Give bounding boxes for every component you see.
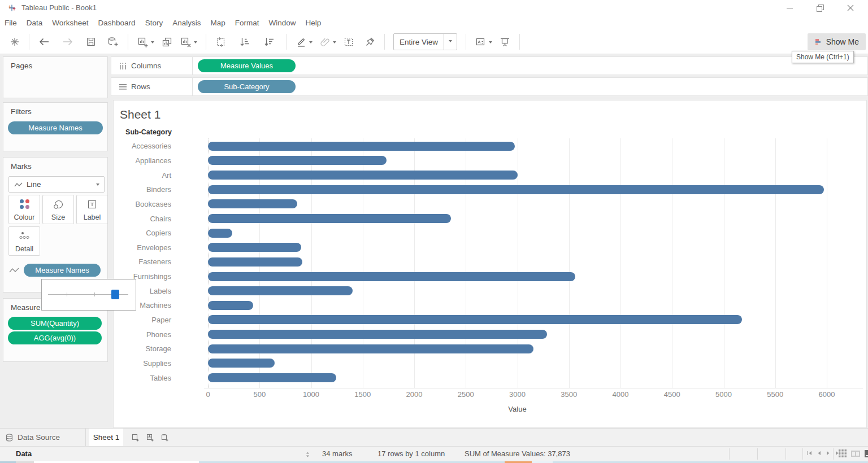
presentation-mode-button[interactable] <box>496 33 514 50</box>
first-sheet-icon[interactable] <box>807 451 812 456</box>
measure-values-pill[interactable]: AGG(avg(0)) <box>8 331 102 344</box>
bar-tables[interactable] <box>208 373 336 382</box>
caret-down-icon[interactable] <box>151 41 154 45</box>
bar-storage[interactable] <box>208 344 533 353</box>
row-label-paper[interactable]: Paper <box>114 316 208 324</box>
show-mark-labels-button[interactable] <box>471 33 496 50</box>
minimize-button[interactable] <box>776 0 802 16</box>
label-button[interactable]: Label <box>76 195 108 224</box>
detail-button[interactable]: Detail <box>8 226 40 256</box>
menu-item-format[interactable]: Format <box>235 19 259 27</box>
menu-item-window[interactable]: Window <box>268 19 296 27</box>
restore-button[interactable] <box>807 0 833 16</box>
redo-button[interactable] <box>58 33 77 50</box>
menu-item-help[interactable]: Help <box>305 19 321 27</box>
caret-down-icon[interactable] <box>309 41 313 45</box>
x-axis-tick-5500: 5500 <box>756 390 795 399</box>
highlight-button[interactable] <box>292 33 316 50</box>
menu-item-dashboard[interactable]: Dashboard <box>98 19 136 27</box>
filter-pill-measure-names[interactable]: Measure Names <box>8 121 103 134</box>
menu-item-worksheet[interactable]: Worksheet <box>52 19 88 27</box>
filters-shelf[interactable]: Filters Measure Names <box>3 102 108 151</box>
row-label-appliances[interactable]: Appliances <box>114 156 208 165</box>
duplicate-sheet-button[interactable] <box>158 33 176 50</box>
sort-indicator-icon[interactable] <box>306 452 310 457</box>
size-slider-handle[interactable] <box>111 290 119 299</box>
fit-dropdown[interactable]: Entire View <box>393 33 457 50</box>
measure-values-pill[interactable]: SUM(Quantity) <box>8 317 102 330</box>
caret-down-icon[interactable] <box>96 184 99 187</box>
row-label-chairs[interactable]: Chairs <box>114 215 208 223</box>
menu-item-file[interactable]: File <box>5 19 17 27</box>
show-me-button[interactable]: Show Me <box>808 33 866 50</box>
bar-phones[interactable] <box>208 330 547 339</box>
menu-item-story[interactable]: Story <box>145 19 163 27</box>
text-annotation-button[interactable] <box>340 33 358 50</box>
bar-furnishings[interactable] <box>208 272 575 281</box>
clear-sheet-button[interactable] <box>176 33 201 50</box>
new-worksheet-tab-button[interactable] <box>128 429 142 446</box>
bar-accessories[interactable] <box>208 142 515 151</box>
menu-item-data[interactable]: Data <box>27 19 43 27</box>
bar-labels[interactable] <box>208 286 353 295</box>
bar-supplies[interactable] <box>208 359 275 368</box>
close-button[interactable] <box>837 0 863 16</box>
row-label-phones[interactable]: Phones <box>114 330 208 339</box>
tab-data-source[interactable]: Data Source <box>0 429 86 446</box>
row-label-fasteners[interactable]: Fasteners <box>114 257 208 266</box>
tab-sheet-1[interactable]: Sheet 1 <box>89 429 123 446</box>
pages-shelf[interactable]: Pages <box>3 56 108 98</box>
show-tabs-view-icon[interactable] <box>865 450 868 457</box>
caret-down-icon[interactable] <box>194 41 197 45</box>
row-label-accessories[interactable]: Accessories <box>114 142 208 150</box>
caret-down-icon[interactable] <box>444 34 457 50</box>
row-label-art[interactable]: Art <box>114 171 208 180</box>
bar-art[interactable] <box>208 171 518 180</box>
new-worksheet-button[interactable] <box>133 33 158 50</box>
swap-rows-columns-button[interactable] <box>211 33 230 50</box>
save-button[interactable] <box>82 33 100 50</box>
row-label-bookcases[interactable]: Bookcases <box>114 200 208 208</box>
bar-binders[interactable] <box>208 185 824 194</box>
new-data-source-button[interactable] <box>103 33 123 50</box>
columns-pill-measure-values[interactable]: Measure Values <box>198 59 296 72</box>
rows-shelf[interactable]: Rows Sub-Category <box>111 77 868 96</box>
bar-envelopes[interactable] <box>208 243 301 252</box>
sort-descending-button[interactable] <box>260 33 279 50</box>
bar-chairs[interactable] <box>208 214 451 223</box>
row-label-tables[interactable]: Tables <box>114 374 208 382</box>
row-label-binders[interactable]: Binders <box>114 185 208 194</box>
sheet-sorter-view-icon[interactable] <box>839 449 847 457</box>
caret-down-icon[interactable] <box>333 41 336 45</box>
format-workbook-button[interactable] <box>316 33 340 50</box>
marks-pill-measure-names[interactable]: Measure Names <box>24 264 101 277</box>
bar-paper[interactable] <box>208 315 742 324</box>
bar-bookcases[interactable] <box>208 199 297 208</box>
bar-machines[interactable] <box>208 301 253 310</box>
columns-shelf[interactable]: Columns Measure Values <box>111 56 868 75</box>
chart-row: Envelopes <box>114 240 865 255</box>
bar-fasteners[interactable] <box>208 257 302 267</box>
previous-sheet-icon[interactable] <box>817 451 821 456</box>
row-label-supplies[interactable]: Supplies <box>114 359 208 368</box>
menu-item-map[interactable]: Map <box>210 19 225 27</box>
row-label-storage[interactable]: Storage <box>114 344 208 353</box>
fix-axes-pin-button[interactable] <box>361 33 379 50</box>
undo-button[interactable] <box>34 33 54 50</box>
rows-pill-sub-category[interactable]: Sub-Category <box>198 80 296 93</box>
next-sheet-icon[interactable] <box>826 451 830 456</box>
row-label-envelopes[interactable]: Envelopes <box>114 243 208 252</box>
bar-appliances[interactable] <box>208 156 387 165</box>
filmstrip-view-icon[interactable] <box>851 450 860 457</box>
menu-item-analysis[interactable]: Analysis <box>172 19 201 27</box>
row-label-copiers[interactable]: Copiers <box>114 229 208 237</box>
bar-copiers[interactable] <box>208 229 232 238</box>
mark-type-dropdown[interactable]: Line <box>8 176 105 193</box>
sort-ascending-button[interactable] <box>236 33 254 50</box>
new-story-tab-button[interactable] <box>157 429 172 446</box>
tableau-toolbar-logo-icon[interactable] <box>6 33 24 50</box>
new-dashboard-tab-button[interactable] <box>142 429 157 446</box>
size-button[interactable]: Size <box>42 195 74 224</box>
caret-down-icon[interactable] <box>489 41 492 45</box>
colour-button[interactable]: Colour <box>8 195 40 224</box>
